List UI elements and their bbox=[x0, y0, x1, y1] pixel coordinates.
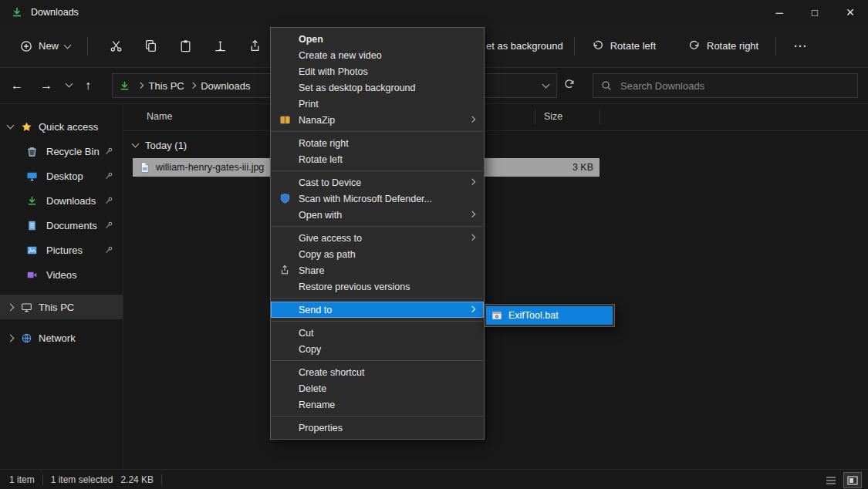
breadcrumb-this-pc[interactable]: This PC bbox=[149, 80, 184, 92]
menu-item-scan-with-microsoft-defender[interactable]: Scan with Microsoft Defender... bbox=[271, 191, 484, 207]
sidebar-item-documents[interactable]: Documents bbox=[0, 213, 123, 238]
new-button[interactable]: New bbox=[14, 35, 76, 57]
cut-button[interactable] bbox=[99, 34, 133, 58]
recent-locations-chevron-icon[interactable] bbox=[66, 80, 73, 88]
sidebar-item-label: Quick access bbox=[39, 121, 98, 133]
file-name: william-henry-gates-iii.jpg bbox=[156, 162, 264, 173]
status-divider bbox=[42, 474, 43, 485]
menu-item-rename[interactable]: Rename bbox=[271, 396, 484, 413]
rotate-left-button[interactable]: Rotate left bbox=[586, 35, 662, 57]
item-count: 1 item bbox=[9, 474, 35, 485]
sidebar-item-quick-access[interactable]: Quick access bbox=[0, 114, 123, 139]
selection-count: 1 item selected bbox=[51, 474, 113, 485]
submenu-arrow-icon bbox=[468, 234, 475, 241]
submenu-item-exiftool-bat[interactable]: ExifTool.bat bbox=[486, 306, 613, 325]
large-icons-view-button[interactable] bbox=[843, 472, 862, 488]
sidebar-item-network[interactable]: Network bbox=[0, 325, 123, 350]
sidebar-item-label: Desktop bbox=[46, 170, 83, 182]
sidebar-item-recycle-bin[interactable]: Recycle Bin bbox=[0, 139, 123, 164]
sidebar-item-pictures[interactable]: Pictures bbox=[0, 238, 123, 262]
pin-icon bbox=[104, 171, 113, 180]
recycle-bin-icon bbox=[26, 146, 38, 157]
status-divider bbox=[161, 474, 162, 485]
titlebar: Downloads ─ □ × bbox=[0, 0, 868, 25]
file-size: 3 KB bbox=[572, 162, 593, 173]
selection-size: 2.24 KB bbox=[120, 474, 154, 485]
menu-item-delete[interactable]: Delete bbox=[271, 380, 484, 396]
send-to-submenu: ExifTool.bat bbox=[484, 304, 615, 327]
sidebar-item-label: Recycle Bin bbox=[46, 146, 100, 157]
column-headers: Name Size bbox=[123, 103, 868, 131]
menu-item-create-a-new-video[interactable]: Create a new video bbox=[271, 47, 484, 63]
column-divider[interactable] bbox=[535, 110, 535, 124]
refresh-button[interactable] bbox=[563, 78, 576, 90]
downloads-folder-icon bbox=[11, 6, 23, 19]
menu-separator bbox=[272, 170, 483, 171]
menu-item-copy[interactable]: Copy bbox=[271, 341, 484, 357]
up-button[interactable]: ↑ bbox=[85, 77, 91, 94]
menu-item-edit-with-photos[interactable]: Edit with Photos bbox=[271, 63, 484, 79]
menu-item-print[interactable]: Print bbox=[271, 96, 484, 112]
menu-separator bbox=[272, 416, 483, 416]
more-options-icon: ⋯ bbox=[793, 38, 806, 54]
menu-item-create-shortcut[interactable]: Create shortcut bbox=[271, 364, 484, 380]
menu-item-cast-to-device[interactable]: Cast to Device bbox=[271, 174, 484, 191]
group-header-today[interactable]: Today (1) bbox=[123, 135, 868, 155]
expand-chevron-icon[interactable] bbox=[7, 122, 15, 130]
sidebar-item-this-pc[interactable]: This PC bbox=[0, 295, 123, 319]
address-dropdown-chevron-icon[interactable] bbox=[542, 81, 550, 89]
sidebar-item-label: This PC bbox=[39, 302, 74, 313]
maximize-button[interactable]: □ bbox=[797, 0, 833, 25]
expand-chevron-icon[interactable] bbox=[7, 303, 15, 311]
menu-item-rotate-right[interactable]: Rotate right bbox=[271, 135, 484, 151]
pin-icon bbox=[104, 221, 113, 230]
menu-item-set-as-desktop-background[interactable]: Set as desktop background bbox=[271, 79, 484, 96]
breadcrumb-chevron-icon[interactable] bbox=[190, 83, 196, 89]
set-as-background-label[interactable]: et as background bbox=[486, 40, 563, 52]
column-header-name[interactable]: Name bbox=[147, 111, 172, 122]
menu-item-copy-as-path[interactable]: Copy as path bbox=[271, 246, 484, 262]
menu-item-restore-previous-versions[interactable]: Restore previous versions bbox=[271, 278, 484, 295]
search-box bbox=[593, 73, 858, 98]
back-button[interactable]: ← bbox=[11, 77, 23, 94]
chevron-down-icon bbox=[64, 41, 72, 49]
desktop-icon bbox=[26, 170, 38, 182]
menu-item-nanazip[interactable]: NanaZip bbox=[271, 112, 484, 128]
status-bar: 1 item 1 item selected 2.24 KB bbox=[0, 469, 868, 489]
paste-button[interactable] bbox=[168, 34, 203, 58]
videos-icon bbox=[26, 269, 38, 281]
close-button[interactable]: × bbox=[833, 0, 868, 25]
menu-item-open[interactable]: Open bbox=[271, 31, 484, 47]
forward-button[interactable]: → bbox=[40, 77, 52, 94]
menu-item-give-access-to[interactable]: Give access to bbox=[271, 230, 484, 246]
copy-button[interactable] bbox=[133, 34, 168, 58]
details-view-button[interactable] bbox=[822, 472, 840, 488]
more-options-button[interactable]: ⋯ bbox=[787, 33, 812, 59]
group-collapse-chevron-icon[interactable] bbox=[132, 140, 140, 148]
column-header-size[interactable]: Size bbox=[544, 111, 562, 122]
rename-button[interactable] bbox=[203, 34, 238, 58]
breadcrumb-downloads[interactable]: Downloads bbox=[201, 80, 250, 92]
column-divider[interactable] bbox=[599, 110, 600, 124]
rotate-right-button[interactable]: Rotate right bbox=[682, 35, 765, 57]
breadcrumb-chevron-icon[interactable] bbox=[137, 83, 144, 89]
toolbar-right-group: et as background Rotate left Rotate righ… bbox=[486, 25, 812, 67]
menu-item-cut[interactable]: Cut bbox=[271, 325, 484, 341]
defender-shield-icon bbox=[279, 193, 291, 204]
menu-item-open-with[interactable]: Open with bbox=[271, 207, 484, 223]
rotate-left-icon bbox=[592, 40, 604, 52]
share-button[interactable] bbox=[238, 34, 272, 58]
pin-icon bbox=[104, 245, 113, 255]
expand-chevron-icon[interactable] bbox=[7, 334, 15, 342]
sidebar-item-downloads[interactable]: Downloads bbox=[0, 188, 123, 213]
menu-item-share[interactable]: Share bbox=[271, 262, 484, 278]
sidebar-item-videos[interactable]: Videos bbox=[0, 262, 123, 287]
menu-item-send-to[interactable]: Send to bbox=[271, 302, 484, 318]
menu-item-properties[interactable]: Properties bbox=[271, 420, 484, 436]
sidebar-item-desktop[interactable]: Desktop bbox=[0, 164, 123, 188]
bat-file-icon bbox=[491, 310, 502, 321]
menu-item-rotate-left[interactable]: Rotate left bbox=[271, 151, 484, 167]
share-icon bbox=[248, 39, 262, 52]
search-input[interactable] bbox=[619, 79, 849, 93]
minimize-button[interactable]: ─ bbox=[762, 0, 797, 25]
